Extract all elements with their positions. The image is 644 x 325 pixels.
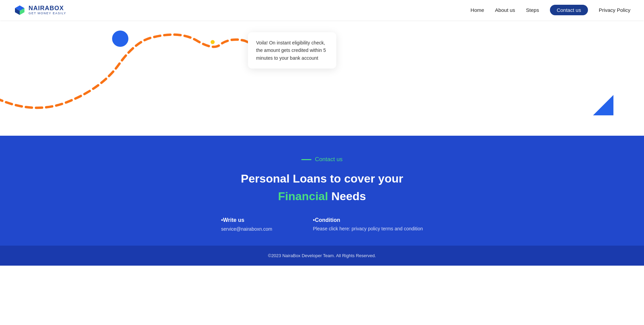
contact-label-row: Contact us — [14, 156, 630, 163]
contact-label-text: Contact us — [315, 156, 342, 163]
yellow-dot — [211, 40, 215, 44]
blue-circle-top — [112, 31, 128, 47]
logo[interactable]: NAIRABOX GET MONEY EASILY — [14, 4, 66, 16]
contact-columns: •Write us service@nairaboxn.com •Conditi… — [14, 217, 630, 232]
write-us-email[interactable]: service@nairaboxn.com — [221, 226, 272, 232]
condition-column: •Condition Please click here: privacy po… — [313, 217, 423, 232]
nav-item-steps[interactable]: Steps — [526, 7, 539, 13]
upper-section: Voila! On instant eligibility check, the… — [0, 20, 644, 136]
nav-item-about[interactable]: About us — [495, 7, 515, 13]
navbar: NAIRABOX GET MONEY EASILY Home About us … — [0, 0, 644, 20]
footer: ©2023 NairaBox Developer Team. All Right… — [0, 246, 644, 266]
blue-wedge — [593, 95, 613, 115]
write-us-label: •Write us — [221, 217, 272, 223]
footer-copyright: ©2023 NairaBox Developer Team. All Right… — [268, 253, 376, 258]
nav-item-home[interactable]: Home — [470, 7, 484, 13]
nav-item-contact[interactable]: Contact us — [550, 7, 588, 13]
contact-heading-line2: Financial Needs — [14, 189, 630, 204]
logo-name: NAIRABOX — [29, 5, 66, 12]
logo-tagline: GET MONEY EASILY — [29, 12, 66, 15]
contact-heading-line1: Personal Loans to cover your — [14, 171, 630, 186]
nav-item-privacy[interactable]: Privacy Policy — [599, 7, 630, 13]
contact-label-dash — [301, 159, 311, 160]
info-card-text: Voila! On instant eligibility check, the… — [256, 39, 328, 62]
contact-section: Contact us Personal Loans to cover your … — [0, 136, 644, 246]
write-us-column: •Write us service@nairaboxn.com — [221, 217, 272, 232]
condition-text: Please click here: privacy policy terms … — [313, 226, 423, 231]
info-card: Voila! On instant eligibility check, the… — [248, 32, 336, 69]
needs-word: Needs — [328, 190, 366, 203]
nav-links: Home About us Steps Contact us Privacy P… — [470, 7, 630, 13]
logo-icon — [14, 4, 26, 16]
financial-word: Financial — [278, 190, 328, 203]
condition-label: •Condition — [313, 217, 423, 223]
